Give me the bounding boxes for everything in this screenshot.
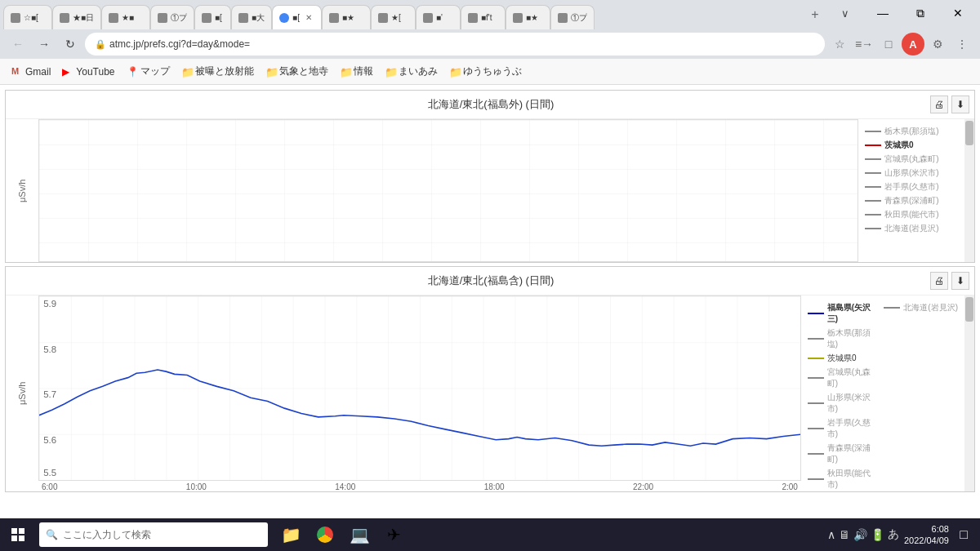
menu-button[interactable]: ⋮: [951, 33, 973, 56]
tray-sound-icon[interactable]: 🔊: [853, 528, 867, 541]
chart-top-body: μSv/h 栃木県: [6, 119, 974, 262]
legend-bottom-text-3: 茨城県0: [827, 353, 857, 364]
legend-bottom-row-0: 福島県(矢沢三) 栃木県(那須塩) 茨城県0: [808, 302, 958, 491]
tab-favicon-4: [158, 13, 167, 23]
taskbar-time-text: 6:08: [904, 523, 949, 535]
tab-4[interactable]: ①プ: [150, 5, 194, 29]
restore-button[interactable]: ⧉: [902, 0, 939, 26]
tab-bar: ☆■[ ★■日 ★■ ①プ ■[ ■大: [0, 0, 980, 29]
lock-icon: 🔒: [95, 39, 106, 50]
taskbar-right: ∧ 🖥 🔊 🔋 あ 6:08 2022/04/09 □: [821, 523, 980, 547]
tab-3[interactable]: ★■: [101, 5, 150, 29]
svg-rect-8: [19, 528, 24, 534]
content-area[interactable]: 北海道/東北(福島外) (日間) 🖨 ⬇ μSv/h: [0, 85, 980, 518]
tab-12[interactable]: ■★: [506, 5, 550, 29]
start-button[interactable]: [0, 518, 36, 551]
legend-bottom-text-7: 青森県(深浦町): [827, 442, 881, 465]
chart-bottom-title: 北海道/東北(福島含) (日間): [51, 273, 930, 288]
taskbar-app4-button[interactable]: ✈: [377, 518, 410, 551]
tray-arrow-icon[interactable]: ∧: [827, 528, 835, 541]
tab-13[interactable]: ①プ: [550, 5, 595, 29]
chart-bottom-section: 北海道/東北(福島含) (日間) 🖨 ⬇ μSv/h: [5, 266, 975, 492]
x-label-1: 10:00: [186, 482, 207, 491]
extensions-button[interactable]: ⚙: [926, 33, 949, 56]
legend-bottom-5: 山形県(米沢市): [808, 392, 880, 415]
tab-11[interactable]: ■f't: [461, 5, 506, 29]
tab-close-active[interactable]: ✕: [303, 12, 314, 24]
chart-top-print-button[interactable]: 🖨: [930, 96, 948, 113]
bookmark-folder-2[interactable]: 📁 気象と地寺: [261, 62, 333, 81]
legend-top-4: 岩手県(久慈市): [865, 181, 958, 193]
taskbar-tray-icons: ∧ 🖥 🔊 🔋 あ: [827, 527, 899, 542]
x-label-0: 6:00: [42, 482, 57, 491]
chart-bottom-scrollbar[interactable]: [964, 295, 974, 491]
folder-icon-4: 📁: [385, 66, 396, 78]
taskbar-explorer-button[interactable]: 📁: [274, 518, 307, 551]
taskbar-clock[interactable]: 6:08 2022/04/09: [904, 523, 949, 547]
tab-label-1: ☆■[: [24, 13, 45, 22]
taskbar-app3-button[interactable]: 💻: [343, 518, 376, 551]
legend-top-2: 宮城県(丸森町): [865, 153, 958, 165]
taskbar-chrome-button[interactable]: [309, 518, 341, 551]
chart-bottom-scrollbar-thumb[interactable]: [965, 297, 973, 322]
legend-bottom-4: 宮城県(丸森町): [808, 367, 880, 389]
tab-6[interactable]: ■大: [231, 5, 272, 29]
bookmark-gmail[interactable]: M Gmail: [7, 64, 56, 80]
bookmark-star-button[interactable]: ☆: [828, 33, 851, 56]
chart-top-area: [38, 119, 858, 262]
tab-favicon-8: [329, 13, 339, 23]
back-button[interactable]: ←: [7, 33, 29, 56]
url-bar[interactable]: 🔒 atmc.jp/prefs.cgi?d=day&mode=: [85, 33, 825, 56]
show-desktop-button[interactable]: □: [954, 525, 973, 544]
x-label-2: 14:00: [335, 482, 355, 491]
reload-button[interactable]: ↻: [59, 33, 82, 56]
bookmark-folder-4[interactable]: 📁 まいあみ: [380, 62, 443, 81]
tab-8[interactable]: ■★: [322, 5, 371, 29]
forward-button[interactable]: →: [33, 33, 56, 56]
tab-5[interactable]: ■[: [194, 5, 231, 29]
bookmark-folder-1[interactable]: 📁 被曝と放射能: [176, 62, 259, 81]
chart-top-scrollbar[interactable]: [964, 119, 974, 262]
tab-label-4: ①プ: [171, 12, 187, 24]
new-tab-button[interactable]: +: [804, 3, 826, 26]
bookmark-maps[interactable]: 📍 マップ: [122, 62, 175, 81]
chart-top-download-button[interactable]: ⬇: [951, 96, 969, 113]
tab-10[interactable]: ■': [416, 5, 461, 29]
screenshot-button[interactable]: □: [877, 33, 900, 56]
chevron-down-button[interactable]: ∨: [826, 0, 864, 26]
chart-bottom-download-button[interactable]: ⬇: [951, 272, 969, 290]
chart-bottom-x-labels: 6:00 10:00 14:00 18:00 22:00 2:00: [38, 481, 801, 491]
tray-battery-icon[interactable]: 🔋: [871, 528, 884, 541]
legend-bottom-line-6: [808, 428, 824, 429]
bookmark-folder-5-label: ゆうちゅうぶ: [463, 64, 522, 78]
chart-top-scrollbar-thumb[interactable]: [965, 121, 973, 145]
tab-1[interactable]: ☆■[: [3, 5, 52, 29]
legend-bottom-col-1: 福島県(矢沢三) 栃木県(那須塩) 茨城県0: [808, 302, 880, 491]
bookmark-folder-5[interactable]: 📁 ゆうちゅうぶ: [444, 62, 527, 81]
bookmark-folder-3[interactable]: 📁 情報: [335, 62, 378, 81]
legend-top-6: 秋田県(能代市): [865, 209, 958, 220]
legend-bottom-text-8: 秋田県(能代市): [827, 468, 881, 491]
taskbar-search-box[interactable]: 🔍 ここに入力して検索: [39, 522, 268, 547]
chart-bottom-print-button[interactable]: 🖨: [930, 272, 948, 290]
tray-network-icon[interactable]: 🖥: [839, 528, 850, 541]
minimize-button[interactable]: —: [864, 0, 902, 26]
tab-label-10: ■': [436, 13, 453, 22]
folder-icon-5: 📁: [449, 66, 461, 78]
reading-list-button[interactable]: ≡→: [853, 33, 875, 56]
folder-icon-1: 📁: [181, 66, 193, 78]
legend-top-3: 山形県(米沢市): [865, 167, 958, 179]
legend-top-line-7: [865, 228, 881, 229]
tray-lang-icon[interactable]: あ: [888, 527, 899, 542]
chart-bottom-legend: 福島県(矢沢三) 栃木県(那須塩) 茨城県0: [801, 295, 964, 491]
legend-top-text-0: 栃木県(那須塩): [884, 126, 939, 137]
tab-active[interactable]: ■[ ✕: [272, 5, 322, 29]
tab-9[interactable]: ★[: [371, 5, 416, 29]
legend-bottom-col-2: 北海道(岩見沢): [884, 302, 958, 491]
profile-button[interactable]: A: [902, 33, 924, 56]
search-icon: 🔍: [46, 529, 58, 540]
tab-2[interactable]: ★■日: [52, 5, 101, 29]
close-button[interactable]: ✕: [939, 0, 977, 26]
bookmark-youtube[interactable]: ▶ YouTube: [57, 64, 119, 80]
taskbar-search-text: ここに入力して検索: [63, 528, 151, 542]
